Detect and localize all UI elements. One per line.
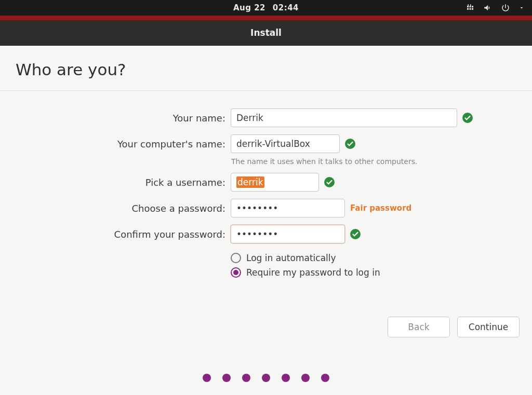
radio-icon [231, 267, 241, 278]
system-time: 02:44 [273, 3, 299, 12]
progress-dot [222, 374, 231, 382]
progress-dot [321, 374, 329, 382]
checkmark-icon [345, 139, 355, 149]
radio-login-auto-label: Log in automatically [246, 253, 336, 263]
volume-icon[interactable] [483, 3, 493, 12]
label-password: Choose a password: [16, 203, 225, 214]
label-confirm-password: Confirm your password: [16, 229, 225, 240]
power-icon[interactable] [501, 3, 510, 12]
system-clock: Aug 22 02:44 [233, 3, 299, 12]
dropdown-caret-icon[interactable] [518, 5, 525, 11]
progress-dot [262, 374, 270, 382]
system-topbar: Aug 22 02:44 [0, 0, 532, 16]
progress-dots [203, 374, 329, 382]
checkmark-icon [324, 177, 335, 187]
progress-dot [282, 374, 290, 382]
system-date: Aug 22 [233, 3, 265, 12]
username-input[interactable] [231, 173, 319, 192]
window-title: Install [250, 28, 282, 38]
footer-buttons: Back Continue [388, 317, 520, 337]
page-title: Who are you? [16, 60, 516, 79]
radio-require-password-label: Require my password to log in [246, 267, 380, 278]
password-input[interactable] [231, 199, 345, 217]
back-button[interactable]: Back [388, 317, 450, 337]
hostname-input[interactable] [231, 134, 340, 153]
name-input[interactable] [231, 108, 457, 127]
label-username: Pick a username: [16, 177, 225, 188]
checkmark-icon [462, 113, 473, 123]
hostname-help: The name it uses when it talks to other … [231, 157, 516, 166]
system-tray [466, 0, 525, 16]
confirm-password-input[interactable] [231, 225, 345, 243]
continue-button[interactable]: Continue [457, 317, 520, 337]
accent-strip [0, 16, 532, 20]
user-form: Your name: Your computer's name: The nam… [16, 108, 516, 278]
radio-require-password[interactable]: Require my password to log in [231, 267, 516, 278]
radio-login-auto[interactable]: Log in automatically [231, 253, 516, 263]
password-strength-label: Fair password [350, 203, 411, 213]
progress-dot [301, 374, 310, 382]
radio-icon [231, 253, 241, 263]
label-host: Your computer's name: [16, 139, 225, 149]
label-name: Your name: [16, 113, 225, 124]
login-mode-radios: Log in automatically Require my password… [231, 253, 516, 278]
window-titlebar: Install [0, 20, 532, 46]
progress-dot [242, 374, 250, 382]
network-icon[interactable] [466, 3, 475, 12]
checkmark-icon [350, 229, 361, 239]
progress-dot [203, 374, 211, 382]
divider [0, 90, 532, 91]
